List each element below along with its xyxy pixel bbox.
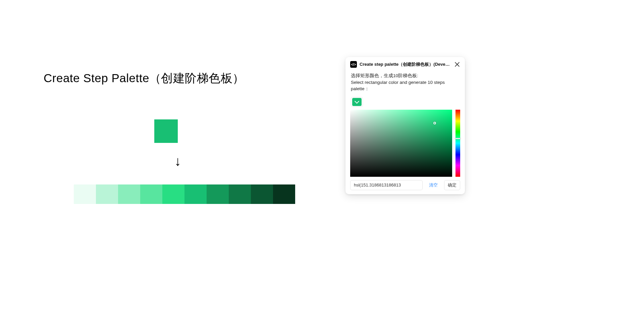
page-title: Create Step Palette（创建阶梯色板） (44, 70, 299, 86)
palette-step (273, 184, 295, 204)
color-picker (350, 110, 460, 177)
plugin-description: 选择矩形颜色，生成10阶梯色板: Select rectangular colo… (345, 72, 465, 94)
palette-step (96, 184, 118, 204)
plugin-panel: </> Create step palette（创建阶梯色板）(Develo..… (345, 57, 465, 194)
picker-footer: 清空 确定 (345, 177, 465, 190)
hue-cursor[interactable] (455, 138, 461, 139)
palette-step (140, 184, 162, 204)
color-value-input[interactable] (350, 180, 423, 190)
plugin-header: </> Create step palette（创建阶梯色板）(Develo..… (345, 57, 465, 72)
plugin-badge-icon: </> (350, 61, 357, 68)
close-icon[interactable] (454, 61, 460, 67)
palette-step (74, 184, 96, 204)
palette-step (184, 184, 207, 204)
seed-color-swatch (154, 119, 178, 143)
arrow-down-icon: ↓ (174, 154, 181, 168)
palette-step (118, 184, 140, 204)
hue-slider[interactable] (455, 110, 460, 177)
sv-cursor[interactable] (433, 122, 436, 124)
chevron-down-icon (355, 99, 359, 104)
clear-button[interactable]: 清空 (425, 180, 441, 190)
plugin-title: Create step palette（创建阶梯色板）(Develo... (360, 61, 451, 67)
palette-step (162, 184, 184, 204)
confirm-button[interactable]: 确定 (444, 180, 460, 190)
palette-step (207, 184, 229, 204)
saturation-value-panel[interactable] (350, 110, 452, 177)
palette-steps-row (74, 184, 295, 204)
palette-step (229, 184, 251, 204)
color-dropdown-toggle[interactable] (351, 97, 363, 107)
plugin-description-en: Select rectangular color and generate 10… (351, 80, 445, 92)
plugin-description-cn: 选择矩形颜色，生成10阶梯色板: (351, 73, 418, 78)
palette-step (251, 184, 273, 204)
